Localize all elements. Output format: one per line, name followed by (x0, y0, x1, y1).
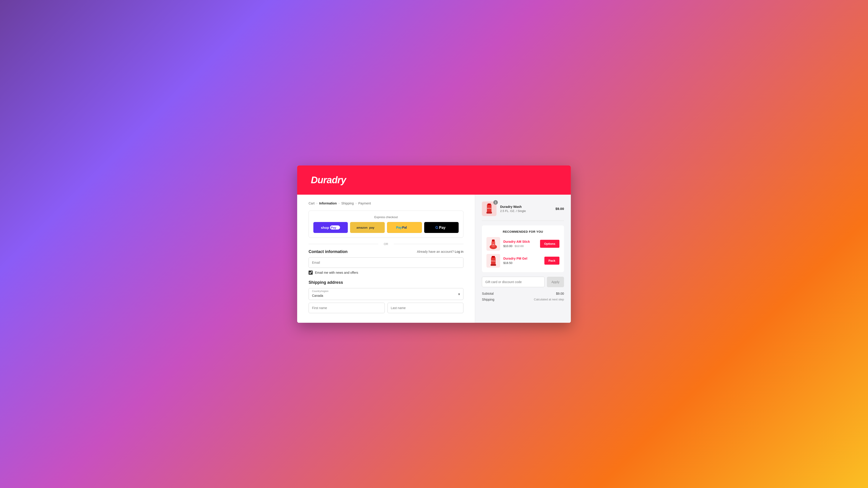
item-variant: 2.5 FL. OZ. / Single (500, 209, 552, 213)
rec-image-1: AM (487, 237, 500, 251)
newsletter-label[interactable]: Email me with news and offers (315, 271, 358, 274)
country-dropdown-arrow: ▾ (458, 292, 460, 296)
discount-section: Apply (482, 277, 564, 287)
breadcrumb-cart[interactable]: Cart (309, 201, 314, 205)
express-checkout-section: Express checkout shop Pay amazon pay (309, 210, 463, 238)
amazonpay-button[interactable]: amazon pay (350, 222, 384, 233)
rec-name-2: Duradry PM Gel (503, 257, 541, 260)
breadcrumb-sep-2: › (338, 202, 339, 205)
rec-product-image-pm: PM GEL (488, 255, 498, 266)
breadcrumb-sep-1: › (316, 202, 317, 205)
product-image-wash: WASH (485, 203, 494, 215)
rec-name-1: Duradry AM Stick (503, 240, 537, 243)
rec-price-current-2: $18.50 (503, 261, 513, 265)
item-details: Duradry Wash 2.5 FL. OZ. / Single (500, 205, 552, 213)
apply-discount-button[interactable]: Apply (547, 277, 564, 287)
express-buttons: shop Pay amazon pay Pay (313, 222, 459, 233)
item-name: Duradry Wash (500, 205, 552, 208)
newsletter-checkbox-row: Email me with news and offers (309, 270, 463, 275)
rec-image-2: PM GEL (487, 254, 500, 268)
item-quantity-badge: 1 (493, 200, 498, 205)
country-select-wrapper: Country/region Canada ▾ (309, 288, 463, 300)
breadcrumb: Cart › Information › Shipping › Payment (309, 201, 463, 205)
last-name-input[interactable] (388, 303, 464, 313)
recommended-title: RECOMMENDED FOR YOU (487, 230, 559, 233)
svg-text:AM: AM (492, 244, 494, 245)
country-label: Country/region (312, 290, 329, 292)
svg-text:amazon: amazon (356, 226, 367, 229)
main-content: Cart › Information › Shipping › Payment … (297, 195, 571, 323)
subtotal-value: $9.00 (556, 292, 564, 295)
paypal-button[interactable]: Pay Pal (387, 222, 422, 233)
gpay-icon: G Pay (434, 225, 448, 230)
breadcrumb-payment[interactable]: Payment (358, 201, 371, 205)
shoppay-icon: shop Pay (320, 225, 341, 230)
amazonpay-icon: amazon pay (356, 225, 379, 230)
rec-item-2: PM GEL Duradry PM Gel $18.50 Pack (487, 254, 559, 268)
rec-pack-button-2[interactable]: Pack (545, 257, 559, 265)
breadcrumb-information[interactable]: Information (319, 201, 337, 205)
login-link: Already have an account? Log in (417, 250, 463, 254)
svg-text:pay: pay (369, 226, 374, 229)
last-name-form-group (388, 303, 464, 313)
item-image-wrapper: WASH 1 (482, 201, 496, 216)
email-input[interactable] (309, 257, 463, 268)
shipping-label: Shipping (482, 298, 494, 301)
account-prompt-text: Already have an account? (417, 250, 454, 254)
subtotal-row: Subtotal $9.00 (482, 292, 564, 295)
svg-rect-18 (492, 256, 495, 258)
svg-rect-11 (487, 212, 492, 214)
left-panel: Cart › Information › Shipping › Payment … (297, 195, 475, 323)
discount-input[interactable] (482, 277, 545, 287)
svg-text:Pal: Pal (402, 226, 407, 229)
svg-text:WASH: WASH (487, 208, 491, 209)
breadcrumb-shipping[interactable]: Shipping (341, 201, 354, 205)
svg-rect-19 (491, 264, 496, 266)
rec-options-button-1[interactable]: Options (540, 240, 559, 248)
paypal-icon: Pay Pal (395, 225, 413, 230)
svg-rect-10 (488, 203, 491, 205)
rec-details-1: Duradry AM Stick $10.00 $12.00 (503, 240, 537, 248)
breadcrumb-sep-3: › (355, 202, 356, 205)
country-value: Canada (312, 294, 323, 297)
shipping-row: Shipping Calculated at next step (482, 298, 564, 301)
name-form-row (309, 303, 463, 316)
express-checkout-title: Express checkout (313, 216, 459, 219)
rec-product-image-am: AM (488, 238, 498, 250)
newsletter-checkbox[interactable] (309, 270, 313, 275)
logo: Duradry (311, 174, 557, 186)
svg-text:Pay: Pay (331, 226, 336, 229)
recommended-section: RECOMMENDED FOR YOU AM Duradry AM Stick (482, 225, 564, 272)
country-select-container[interactable]: Country/region Canada ▾ (309, 288, 463, 300)
contact-section-title: Contact information (309, 249, 347, 254)
item-price: $9.00 (555, 207, 564, 210)
contact-section-header: Contact information Already have an acco… (309, 249, 463, 254)
order-item: WASH 1 Duradry Wash 2.5 FL. OZ. / Single… (482, 201, 564, 221)
country-form-group: Country/region Canada ▾ (309, 288, 463, 300)
shipping-section-title: Shipping address (309, 280, 463, 285)
shoppay-button[interactable]: shop Pay (313, 222, 348, 233)
header: Duradry (297, 165, 571, 195)
rec-item-1: AM Duradry AM Stick $10.00 $12.00 Option… (487, 237, 559, 251)
svg-text:PM GEL: PM GEL (491, 260, 495, 262)
first-name-form-group (309, 303, 385, 313)
rec-price-current-1: $10.00 (503, 245, 513, 248)
svg-text:G: G (435, 226, 438, 230)
rec-details-2: Duradry PM Gel $18.50 (503, 257, 541, 265)
svg-rect-15 (492, 239, 495, 241)
rec-price-2: $18.50 (503, 261, 541, 265)
svg-text:Pay: Pay (396, 226, 402, 229)
or-divider: OR (309, 242, 463, 246)
subtotal-label: Subtotal (482, 292, 494, 295)
email-form-group (309, 257, 463, 268)
right-panel: WASH 1 Duradry Wash 2.5 FL. OZ. / Single… (475, 195, 571, 323)
shipping-note: Calculated at next step (534, 298, 564, 301)
svg-text:Pay: Pay (439, 226, 446, 230)
svg-text:shop: shop (321, 226, 329, 230)
rec-price-original-1: $12.00 (515, 245, 524, 248)
first-name-input[interactable] (309, 303, 385, 313)
gpay-button[interactable]: G Pay (424, 222, 459, 233)
login-anchor[interactable]: Log in (455, 250, 463, 254)
rec-price-1: $10.00 $12.00 (503, 245, 537, 248)
